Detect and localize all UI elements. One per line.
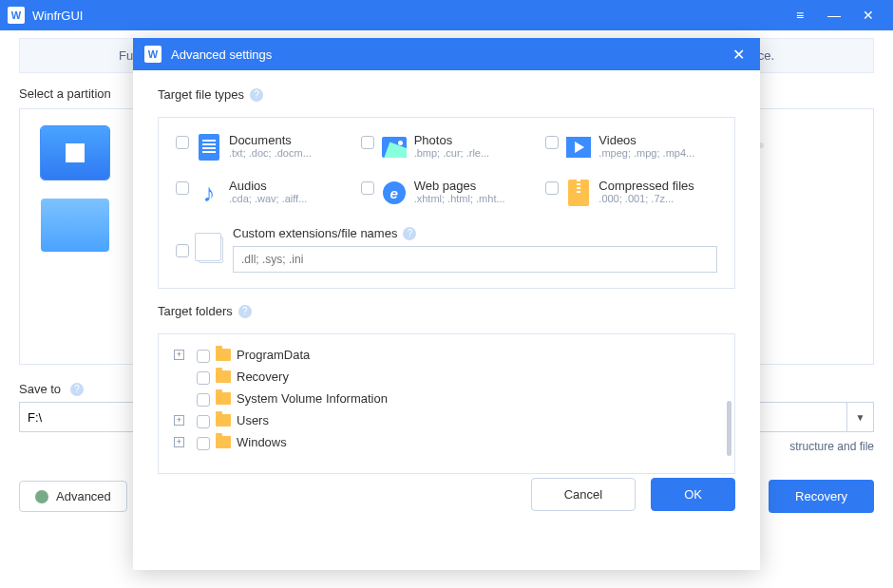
tree-expand-icon[interactable]: +: [174, 437, 184, 447]
help-icon[interactable]: ?: [70, 383, 84, 396]
filetype-name: Photos: [414, 133, 489, 147]
check-icon: [35, 490, 48, 503]
folder-icon: [216, 349, 231, 361]
filetypes-box: Documents.txt; .doc; .docm...Photos.bmp;…: [158, 117, 735, 289]
start-recovery-button[interactable]: Recovery: [769, 480, 874, 513]
tree-item[interactable]: +Windows: [197, 431, 727, 453]
folder-tree: +ProgramDataRecoverySystem Volume Inform…: [158, 333, 735, 474]
custom-ext-checkbox[interactable]: [176, 244, 189, 257]
drive-plain-icon: [41, 199, 109, 252]
ok-button[interactable]: OK: [651, 478, 735, 511]
help-icon[interactable]: ?: [403, 227, 416, 240]
folder-name: ProgramData: [237, 348, 310, 362]
filetype-item: Videos.mpeg; .mpg; .mp4...: [545, 133, 717, 161]
tree-item[interactable]: +ProgramData: [197, 344, 727, 366]
advanced-settings-modal: W Advanced settings ✕ Target file types …: [133, 38, 760, 570]
filetype-name: Audios: [229, 179, 307, 193]
app-icon: W: [144, 46, 162, 63]
tree-item[interactable]: System Volume Information: [197, 388, 727, 409]
folder-icon: [216, 436, 231, 448]
tree-expand-icon[interactable]: +: [174, 350, 184, 360]
modal-close-icon[interactable]: ✕: [729, 46, 749, 64]
filetype-item: Web pages.xhtml; .html; .mht...: [361, 179, 533, 207]
minimize-icon[interactable]: —: [817, 0, 851, 30]
folder-checkbox[interactable]: [197, 437, 210, 450]
folder-name: System Volume Information: [237, 391, 388, 406]
main-titlebar: W WinfrGUI ≡ — ✕: [0, 0, 893, 30]
filetype-item: ♪Audios.cda; .wav; .aiff...: [176, 179, 348, 207]
filetype-item: Compressed files.000; .001; .7z...: [545, 179, 717, 207]
folder-checkbox[interactable]: [197, 371, 210, 385]
filetype-extensions: .000; .001; .7z...: [598, 193, 694, 204]
photos-icon: [382, 133, 407, 161]
target-folders-label: Target folders ?: [158, 304, 735, 318]
advanced-settings-button[interactable]: Advanced: [19, 481, 127, 512]
filetype-extensions: .mpeg; .mpg; .mp4...: [598, 147, 694, 159]
cancel-button[interactable]: Cancel: [531, 478, 636, 511]
filetype-checkbox[interactable]: [176, 181, 189, 195]
audios-icon: ♪: [197, 179, 221, 207]
folder-name: Windows: [237, 435, 287, 449]
folder-checkbox[interactable]: [197, 393, 210, 407]
save-to-label: Save to: [19, 382, 61, 396]
drive-windows-icon: [41, 126, 109, 180]
filetype-extensions: .cda; .wav; .aiff...: [229, 193, 307, 204]
filetype-checkbox[interactable]: [361, 181, 374, 195]
filetype-checkbox[interactable]: [545, 181, 559, 195]
modal-titlebar: W Advanced settings ✕: [133, 38, 760, 70]
filetype-item: Photos.bmp; .cur; .rle...: [361, 133, 533, 161]
folder-name: Users: [237, 413, 269, 427]
save-path-dropdown[interactable]: ▼: [847, 402, 874, 432]
help-icon[interactable]: ?: [238, 305, 252, 318]
filetype-item: Documents.txt; .doc; .docm...: [176, 133, 348, 161]
scrollbar-thumb[interactable]: [727, 401, 732, 456]
filetype-extensions: .xhtml; .html; .mht...: [414, 193, 505, 204]
filetype-extensions: .bmp; .cur; .rle...: [414, 147, 489, 159]
target-filetypes-label: Target file types ?: [158, 87, 735, 102]
folder-checkbox[interactable]: [197, 415, 210, 428]
custom-files-icon: [199, 237, 223, 263]
videos-icon: [566, 133, 591, 161]
custom-ext-input[interactable]: [233, 246, 717, 273]
folder-icon: [216, 370, 231, 383]
filetype-name: Web pages: [414, 179, 505, 193]
app-title: WinfrGUI: [32, 9, 83, 23]
close-icon[interactable]: ✕: [851, 0, 885, 30]
folder-checkbox[interactable]: [197, 350, 210, 363]
tree-expand-icon[interactable]: +: [174, 415, 184, 426]
tree-item[interactable]: +Users: [197, 409, 727, 431]
custom-ext-label: Custom extensions/file names ?: [233, 226, 717, 240]
folder-icon: [216, 414, 231, 427]
filetype-name: Videos: [598, 133, 694, 147]
filetype-extensions: .txt; .doc; .docm...: [229, 147, 312, 159]
filetype-checkbox[interactable]: [545, 136, 559, 149]
app-icon: W: [8, 7, 25, 24]
filetype-name: Compressed files: [598, 179, 694, 193]
folder-name: Recovery: [237, 370, 289, 384]
filetype-checkbox[interactable]: [361, 136, 374, 149]
filetype-checkbox[interactable]: [176, 136, 189, 149]
webpages-icon: [382, 179, 407, 207]
compressed-icon: [566, 179, 591, 207]
documents-icon: [197, 133, 221, 161]
menu-icon[interactable]: ≡: [783, 0, 817, 30]
folder-icon: [216, 392, 231, 405]
filetype-name: Documents: [229, 133, 312, 147]
tree-item[interactable]: Recovery: [197, 366, 727, 388]
help-icon[interactable]: ?: [250, 88, 263, 102]
modal-title-text: Advanced settings: [171, 47, 272, 62]
